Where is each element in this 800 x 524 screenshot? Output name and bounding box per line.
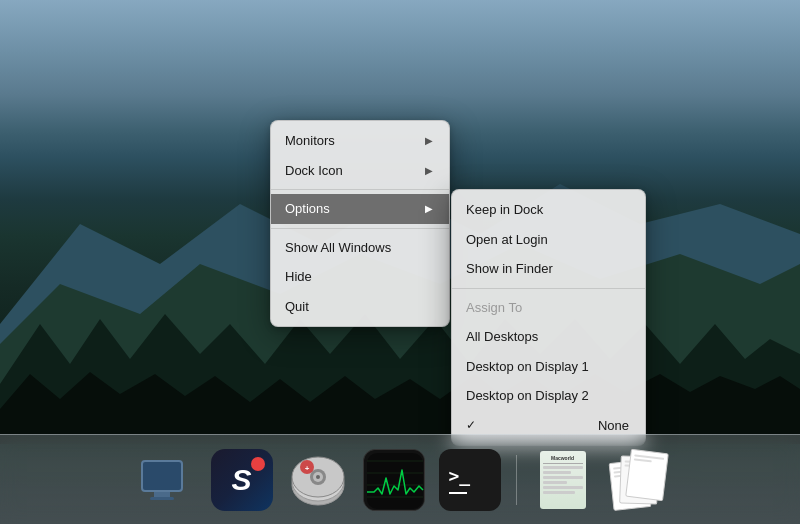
menu-item-dock-icon[interactable]: Dock Icon ▶	[271, 156, 449, 186]
doc-page-3	[625, 448, 669, 500]
none-label: None	[598, 416, 629, 436]
submenu-assign-to: Assign To	[452, 293, 645, 323]
show-in-finder-label: Show in Finder	[466, 259, 553, 279]
dock: + >_ Macwo	[0, 434, 800, 524]
menu-item-options[interactable]: Options ▶	[271, 194, 449, 224]
none-checkmark-icon: ✓	[466, 416, 476, 434]
submenu-show-in-finder[interactable]: Show in Finder	[452, 254, 645, 284]
quit-label: Quit	[285, 297, 309, 317]
submenu-keep-in-dock[interactable]: Keep in Dock	[452, 195, 645, 225]
slite-app-icon	[211, 449, 273, 511]
dock-item-activity-monitor[interactable]	[360, 446, 428, 514]
submenu-open-at-login[interactable]: Open at Login	[452, 225, 645, 255]
submenu-desktop-display2[interactable]: Desktop on Display 2	[452, 381, 645, 411]
submenu-wrapper: Options ▶ Keep in Dock Open at Login Sho…	[271, 194, 449, 224]
disk-utility-app-icon: +	[287, 449, 349, 511]
open-at-login-label: Open at Login	[466, 230, 548, 250]
menu-item-quit[interactable]: Quit	[271, 292, 449, 322]
svg-point-9	[316, 475, 320, 479]
assign-to-label: Assign To	[466, 298, 522, 318]
menu-item-monitors-label: Monitors	[285, 131, 335, 151]
options-submenu: Keep in Dock Open at Login Show in Finde…	[451, 189, 646, 446]
menu-divider-1	[271, 189, 449, 190]
terminal-app-icon: >_	[439, 449, 501, 511]
svg-text:+: +	[304, 464, 309, 473]
menu-divider-2	[271, 228, 449, 229]
keep-in-dock-label: Keep in Dock	[466, 200, 543, 220]
dock-icon-arrow-icon: ▶	[425, 163, 433, 178]
submenu-desktop-display1[interactable]: Desktop on Display 1	[452, 352, 645, 382]
macworld-thumbnail: Macworld	[540, 451, 586, 509]
desktop-display1-label: Desktop on Display 1	[466, 357, 589, 377]
desktop-display2-label: Desktop on Display 2	[466, 386, 589, 406]
dock-item-screen[interactable]	[128, 446, 196, 514]
show-all-windows-label: Show All Windows	[285, 238, 391, 258]
dock-item-slite[interactable]	[208, 446, 276, 514]
menu-item-show-all-windows[interactable]: Show All Windows	[271, 233, 449, 263]
all-desktops-label: All Desktops	[466, 327, 538, 347]
context-menu: Monitors ▶ Dock Icon ▶ Options ▶ Keep in…	[270, 120, 450, 327]
context-menu-wrapper: Monitors ▶ Dock Icon ▶ Options ▶ Keep in…	[270, 120, 450, 327]
monitors-arrow-icon: ▶	[425, 133, 433, 148]
activity-monitor-app-icon	[363, 449, 425, 511]
menu-item-options-label: Options	[285, 199, 330, 219]
document-stack	[611, 451, 667, 509]
submenu-divider-1	[452, 288, 645, 289]
dock-item-macworld[interactable]: Macworld	[529, 446, 597, 514]
dock-item-disk-utility[interactable]: +	[284, 446, 352, 514]
menu-item-monitors[interactable]: Monitors ▶	[271, 126, 449, 156]
menu-item-dock-icon-label: Dock Icon	[285, 161, 343, 181]
menu-item-hide[interactable]: Hide	[271, 262, 449, 292]
options-arrow-icon: ▶	[425, 201, 433, 216]
svg-rect-13	[367, 453, 423, 509]
slite-notification-dot	[251, 457, 265, 471]
hide-label: Hide	[285, 267, 312, 287]
dock-item-terminal[interactable]: >_	[436, 446, 504, 514]
dock-separator	[516, 455, 517, 505]
submenu-all-desktops[interactable]: All Desktops	[452, 322, 645, 352]
dock-item-documents[interactable]	[605, 446, 673, 514]
